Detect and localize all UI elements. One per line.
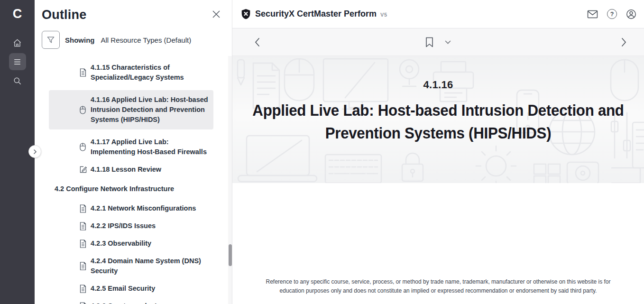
user-account-icon (626, 9, 636, 19)
outline-section-4-2[interactable]: 4.2 Configure Network Infrastructure (35, 184, 232, 194)
securityx-shield-logo (241, 9, 251, 19)
outline-list: 4.1.15 Characteristics of Specialized/Le… (35, 63, 232, 304)
outline-scrollbar-thumb[interactable] (229, 244, 232, 266)
panel-expand-button[interactable] (28, 145, 41, 158)
outline-item-4-1-18[interactable]: 4.1.18 Lesson Review (35, 165, 232, 175)
document-icon (79, 68, 87, 77)
filter-button[interactable] (42, 31, 60, 49)
lesson-title-line1: Applied Live Lab: Host-based Intrusion D… (249, 99, 628, 121)
comptia-logo: C (13, 6, 22, 22)
legal-disclaimer: Reference to any specific course, servic… (232, 277, 644, 295)
account-button[interactable] (626, 9, 636, 19)
main-content: SecurityX CertMaster Perform V5 ? (232, 0, 644, 304)
outline-item-label: 4.2.5 Email Security (91, 284, 155, 294)
app-title: SecurityX CertMaster Perform (255, 9, 377, 19)
help-glyph: ? (610, 11, 614, 18)
home-icon (13, 38, 22, 47)
disclaimer-line1: Reference to any specific course, servic… (250, 277, 626, 286)
document-icon (79, 222, 87, 230)
app-header: SecurityX CertMaster Perform V5 ? (232, 0, 644, 28)
document-icon (79, 285, 87, 293)
outline-item-4-1-15[interactable]: 4.1.15 Characteristics of Specialized/Le… (35, 63, 232, 83)
filter-funnel-icon (46, 35, 55, 45)
document-icon (79, 262, 87, 270)
outline-item-label: 4.1.15 Characteristics of Specialized/Le… (91, 63, 213, 83)
chevron-right-icon (621, 37, 627, 47)
bookmark-menu-button[interactable] (445, 40, 451, 44)
lesson-title: Applied Live Lab: Host-based Intrusion D… (249, 99, 628, 144)
outline-item-4-1-17[interactable]: 4.1.17 Applied Live Lab: Implementing Ho… (35, 137, 232, 157)
mouse-icon (79, 106, 87, 114)
outline-panel: Outline Showing All Resource Types (Defa… (35, 0, 232, 304)
lesson-title-line2: Prevention Systems (HIPS/HIDS) (249, 121, 628, 144)
mouse-icon (79, 143, 87, 151)
outline-item-4-2-2[interactable]: 4.2.2 IPS/IDS Issues (35, 221, 232, 231)
close-outline-button[interactable] (211, 9, 221, 21)
outline-item-4-2-3[interactable]: 4.2.3 Observability (35, 239, 232, 249)
chevron-right-icon (33, 149, 37, 154)
document-icon (79, 302, 87, 304)
next-lesson-button[interactable] (621, 37, 627, 47)
outline-item-label: 4.2.2 IPS/IDS Issues (91, 221, 156, 231)
outline-item-label: 4.2.3 Observability (91, 239, 151, 249)
lesson-number: 4.1.16 (232, 79, 644, 91)
previous-lesson-button[interactable] (254, 37, 260, 47)
filter-showing-label: Showing (65, 36, 95, 44)
lesson-banner: 4.1.16 Applied Live Lab: Host-based Intr… (232, 56, 644, 183)
lesson-toolbar (232, 28, 644, 56)
help-button[interactable]: ? (607, 9, 617, 19)
outline-item-4-2-6[interactable]: 4.2.6 Cryptography Issues (35, 301, 232, 304)
search-icon (13, 76, 22, 85)
outline-item-label: 4.1.18 Lesson Review (91, 165, 161, 175)
outline-item-4-1-16-selected[interactable]: 4.1.16 Applied Live Lab: Host-based Intr… (49, 90, 213, 129)
app-version-badge: V5 (380, 12, 387, 18)
outline-item-label: 4.1.16 Applied Live Lab: Host-based Intr… (91, 95, 209, 125)
chevron-left-icon (254, 37, 260, 47)
disclaimer-line2: education purposes only and does not con… (250, 286, 626, 295)
app-window: C Outline (0, 0, 644, 304)
help-icon: ? (607, 9, 617, 19)
outline-item-label: 4.2.1 Network Misconfigurations (91, 203, 196, 213)
filter-current-value: All Resource Types (Default) (101, 36, 192, 44)
outline-item-label: 4.2.6 Cryptography Issues (91, 301, 176, 304)
messages-button[interactable] (587, 10, 598, 18)
outline-item-4-2-1[interactable]: 4.2.1 Network Misconfigurations (35, 203, 232, 213)
document-icon (79, 240, 87, 248)
outline-scrollbar-track[interactable] (228, 56, 232, 304)
outline-item-label: 4.2.4 Domain Name System (DNS) Security (91, 256, 213, 276)
outline-panel-title: Outline (42, 8, 86, 22)
document-icon (79, 204, 87, 213)
outline-menu-button[interactable] (9, 53, 26, 70)
home-button[interactable] (9, 34, 26, 51)
close-icon (212, 10, 221, 18)
outline-section-label: 4.2 Configure Network Infrastructure (55, 184, 174, 194)
chevron-down-icon (445, 40, 451, 44)
bookmark-icon (425, 37, 433, 47)
search-button[interactable] (9, 72, 26, 89)
edit-pencil-icon (79, 166, 87, 174)
menu-icon (13, 57, 22, 66)
outline-item-4-2-4[interactable]: 4.2.4 Domain Name System (DNS) Security (35, 256, 232, 276)
outline-item-label: 4.1.17 Applied Live Lab: Implementing Ho… (91, 137, 213, 157)
outline-item-4-2-5[interactable]: 4.2.5 Email Security (35, 284, 232, 294)
bookmark-button[interactable] (425, 37, 433, 47)
mail-icon (587, 10, 598, 18)
